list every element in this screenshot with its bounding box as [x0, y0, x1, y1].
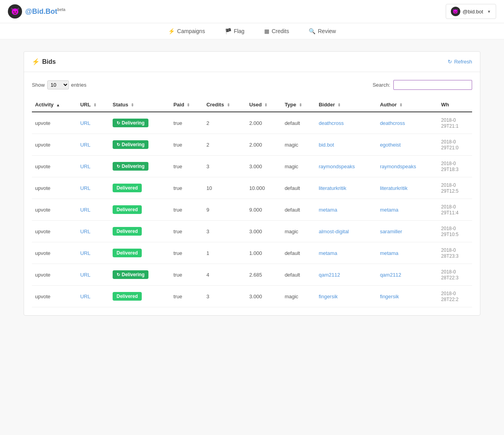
cell-author[interactable]: literaturkritik [377, 177, 438, 199]
search-area: Search: [372, 80, 472, 90]
entries-label: entries [71, 82, 87, 88]
cell-bidder[interactable]: qam2112 [315, 264, 376, 286]
cell-url[interactable]: URL [77, 199, 109, 221]
author-link[interactable]: metama [380, 207, 398, 213]
bidder-link[interactable]: almost-digital [319, 229, 349, 234]
cell-url[interactable]: URL [77, 264, 109, 286]
main-nav: ⚡ Campaigns 🏴 Flag ▦ Credits 🔍 Review [0, 23, 504, 39]
cell-url[interactable]: URL [77, 221, 109, 242]
col-author[interactable]: Author ⇕ [377, 98, 438, 112]
col-when[interactable]: Wh [438, 98, 472, 112]
author-link[interactable]: raymondspeaks [380, 164, 416, 169]
nav-credits-label: Credits [272, 28, 289, 34]
nav-review-label: Review [318, 28, 336, 34]
status-badge: Delivered [113, 249, 142, 257]
url-link[interactable]: URL [80, 142, 91, 148]
cell-author[interactable]: metama [377, 199, 438, 221]
table-row: upvote URL Delivered true 3 3.000 magic … [32, 221, 472, 242]
nav-campaigns[interactable]: ⚡ Campaigns [168, 28, 205, 34]
cell-used: 10.000 [246, 177, 282, 199]
col-status[interactable]: Status ⇕ [109, 98, 170, 112]
col-activity[interactable]: Activity ▲ [32, 98, 77, 112]
cell-bidder[interactable]: almost-digital [315, 221, 376, 242]
col-used[interactable]: Used ⇕ [246, 98, 282, 112]
cell-paid: true [170, 221, 203, 242]
url-link[interactable]: URL [80, 207, 91, 213]
url-link[interactable]: URL [80, 272, 91, 278]
author-link[interactable]: literaturkritik [380, 185, 408, 191]
author-link[interactable]: saramiller [380, 229, 402, 234]
col-credits[interactable]: Credits ⇕ [203, 98, 246, 112]
cell-url[interactable]: URL [77, 112, 109, 134]
cell-bidder[interactable]: literaturkritik [315, 177, 376, 199]
cell-author[interactable]: metama [377, 242, 438, 264]
col-bidder[interactable]: Bidder ⇕ [315, 98, 376, 112]
badge-icon: ↻ [117, 164, 120, 169]
bidder-link[interactable]: bid.bot [319, 142, 334, 148]
timestamp: 2018-029T18:3 [441, 161, 458, 172]
refresh-button[interactable]: ↻ Refresh [448, 59, 472, 65]
cell-author[interactable]: fingersik [377, 286, 438, 307]
search-input[interactable] [393, 80, 472, 90]
status-badge: Delivered [113, 292, 142, 301]
cell-activity: upvote [32, 156, 77, 177]
cell-url[interactable]: URL [77, 134, 109, 156]
review-icon: 🔍 [309, 28, 315, 34]
bidder-link[interactable]: literaturkritik [319, 185, 346, 191]
cell-bidder[interactable]: deathcross [315, 112, 376, 134]
nav-flag[interactable]: 🏴 Flag [225, 28, 245, 34]
cell-paid: true [170, 134, 203, 156]
author-link[interactable]: metama [380, 250, 398, 256]
user-emoji: 😈 [452, 9, 458, 14]
cell-when: 2018-029T10:5 [438, 221, 472, 242]
cell-status: ↻ Delivering [109, 264, 170, 286]
cell-author[interactable]: egotheist [377, 134, 438, 156]
entries-select[interactable]: 10 25 50 100 [47, 80, 69, 89]
cell-url[interactable]: URL [77, 156, 109, 177]
cell-used: 3.000 [246, 286, 282, 307]
cell-author[interactable]: raymondspeaks [377, 156, 438, 177]
cell-bidder[interactable]: raymondspeaks [315, 156, 376, 177]
col-paid[interactable]: Paid ⇕ [170, 98, 203, 112]
cell-paid: true [170, 177, 203, 199]
url-link[interactable]: URL [80, 294, 91, 299]
nav-review[interactable]: 🔍 Review [309, 28, 336, 34]
cell-bidder[interactable]: fingersik [315, 286, 376, 307]
url-link[interactable]: URL [80, 250, 91, 256]
cell-status: ↻ Delivering [109, 112, 170, 134]
cell-author[interactable]: saramiller [377, 221, 438, 242]
user-menu-button[interactable]: 😈 @bid.bot ▼ [446, 4, 496, 19]
author-link[interactable]: egotheist [380, 142, 401, 148]
cell-bidder[interactable]: metama [315, 199, 376, 221]
cell-credits: 3 [203, 221, 246, 242]
author-link[interactable]: qam2112 [380, 272, 401, 278]
cell-bidder[interactable]: bid.bot [315, 134, 376, 156]
bidder-link[interactable]: metama [319, 207, 337, 213]
cell-status: Delivered [109, 199, 170, 221]
cell-author[interactable]: deathcross [377, 112, 438, 134]
bidder-link[interactable]: qam2112 [319, 272, 340, 278]
col-url[interactable]: URL ⇕ [77, 98, 109, 112]
status-badge: ↻ Delivering [113, 140, 148, 149]
cell-url[interactable]: URL [77, 286, 109, 307]
bidder-link[interactable]: deathcross [319, 120, 344, 126]
url-link[interactable]: URL [80, 185, 91, 191]
bidder-link[interactable]: metama [319, 250, 337, 256]
table-row: upvote URL Delivered true 10 10.000 defa… [32, 177, 472, 199]
cell-bidder[interactable]: metama [315, 242, 376, 264]
cell-paid: true [170, 242, 203, 264]
url-link[interactable]: URL [80, 229, 91, 234]
cell-author[interactable]: qam2112 [377, 264, 438, 286]
cell-url[interactable]: URL [77, 177, 109, 199]
show-entries-control: Show 10 25 50 100 entries [32, 80, 87, 89]
url-link[interactable]: URL [80, 164, 91, 169]
author-link[interactable]: fingersik [380, 294, 399, 299]
author-link[interactable]: deathcross [380, 120, 405, 126]
bidder-link[interactable]: raymondspeaks [319, 164, 355, 169]
nav-credits[interactable]: ▦ Credits [264, 28, 289, 34]
cell-activity: upvote [32, 286, 77, 307]
url-link[interactable]: URL [80, 120, 91, 126]
bidder-link[interactable]: fingersik [319, 294, 337, 299]
cell-url[interactable]: URL [77, 242, 109, 264]
col-type[interactable]: Type ⇕ [282, 98, 316, 112]
